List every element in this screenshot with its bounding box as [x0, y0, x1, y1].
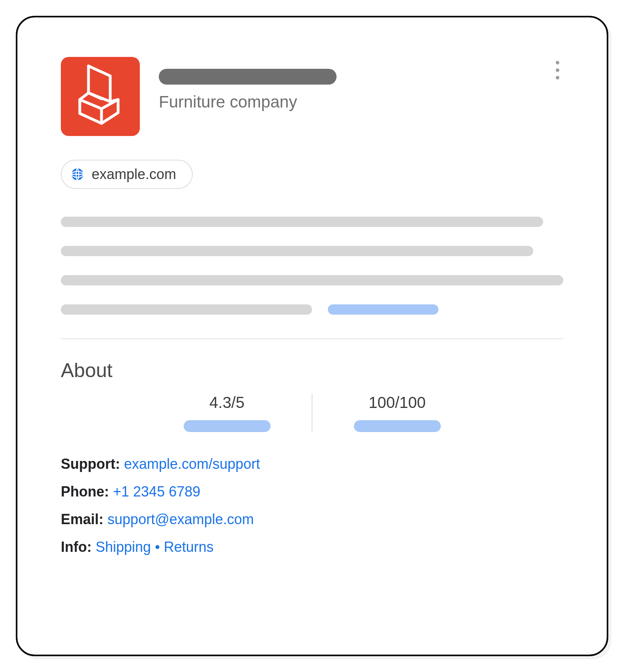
rating-label-placeholder[interactable]	[184, 420, 271, 432]
more-options-button[interactable]	[556, 61, 559, 79]
phone-link[interactable]: +1 2345 6789	[113, 483, 200, 500]
score-label-placeholder[interactable]	[354, 420, 441, 432]
company-category: Furniture company	[159, 92, 337, 111]
header-row: Furniture company	[61, 57, 563, 136]
info-row: Info: Shipping • Returns	[61, 539, 563, 555]
support-link[interactable]: example.com/support	[124, 456, 260, 472]
support-row: Support: example.com/support	[61, 456, 563, 472]
section-divider	[61, 338, 563, 339]
company-logo	[61, 57, 140, 136]
website-chip[interactable]: example.com	[61, 160, 193, 189]
returns-link[interactable]: Returns	[164, 539, 214, 555]
chair-icon	[77, 62, 124, 131]
email-row: Email: support@example.com	[61, 511, 563, 528]
email-label: Email:	[61, 511, 103, 527]
phone-row: Phone: +1 2345 6789	[61, 483, 563, 500]
contact-section: Support: example.com/support Phone: +1 2…	[61, 456, 563, 555]
score-value: 100/100	[369, 394, 426, 412]
placeholder-link[interactable]	[328, 304, 438, 315]
dot-separator: •	[155, 539, 160, 555]
rating-metric: 4.3/5	[142, 394, 312, 432]
shipping-link[interactable]: Shipping	[96, 539, 151, 555]
phone-label: Phone:	[61, 483, 109, 500]
website-domain: example.com	[92, 166, 176, 183]
globe-icon	[70, 167, 85, 181]
support-label: Support:	[61, 456, 120, 472]
metrics-row: 4.3/5 100/100	[142, 394, 482, 432]
score-metric: 100/100	[312, 394, 482, 432]
title-column: Furniture company	[159, 57, 337, 111]
info-label: Info:	[61, 539, 92, 555]
rating-value: 4.3/5	[209, 394, 245, 412]
knowledge-panel-card: Furniture company example.com About 4.3/…	[16, 16, 608, 656]
description-placeholder	[61, 217, 563, 315]
placeholder-line	[61, 246, 533, 256]
company-name-placeholder	[159, 69, 337, 85]
placeholder-line	[61, 304, 312, 315]
about-heading: About	[61, 359, 563, 382]
placeholder-line	[61, 217, 543, 227]
email-link[interactable]: support@example.com	[107, 511, 254, 527]
placeholder-line	[61, 275, 563, 285]
placeholder-row	[61, 304, 563, 315]
